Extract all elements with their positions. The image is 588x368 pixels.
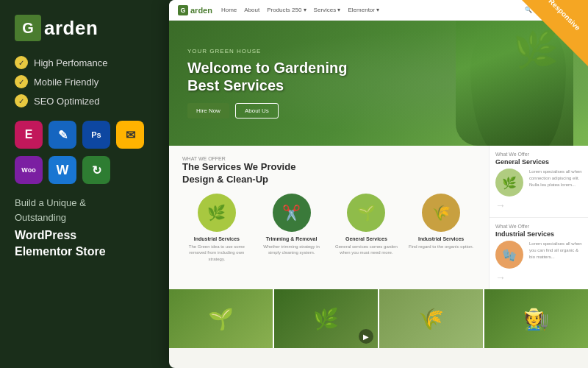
service-icon-0: 🌿 bbox=[198, 194, 236, 232]
sidebar-tagline: Build a Unique &Outstanding bbox=[15, 196, 154, 224]
right-service-2-what: What We Offer bbox=[495, 224, 582, 229]
feature-item-mobile: ✓ Mobile Friendly bbox=[15, 75, 154, 88]
service-circle-0: 🌿 bbox=[198, 194, 236, 232]
service-icon-1: ✂️ bbox=[273, 194, 311, 232]
service-name-3: Industrial Services bbox=[406, 236, 476, 241]
right-service-1-img: 🌿 bbox=[495, 169, 523, 197]
right-service-2-title: Industrial Services bbox=[495, 230, 582, 238]
right-service-2: What We Offer Industrial Services 🧤 Lore… bbox=[489, 218, 588, 289]
what-we-offer-label: What We Offer bbox=[182, 156, 476, 161]
service-card-0: 🌿 Industrial Services The Green idea to … bbox=[182, 194, 251, 262]
right-service-2-img: 🧤 bbox=[495, 241, 523, 269]
sidebar: G arden ✓ High Perfomance ✓ Mobile Frien… bbox=[0, 0, 169, 368]
bottom-photo-strip: 🌱 🌿 ▶ 🌾 🧑‍🌾 bbox=[169, 289, 588, 348]
logo-text: arden bbox=[44, 17, 98, 40]
service-circle-2: 🌱 bbox=[347, 194, 385, 232]
logo-g-letter: G bbox=[15, 15, 41, 41]
right-service-2-arrow: → bbox=[495, 272, 582, 283]
service-desc-1: Whether trimming strategy in simply clea… bbox=[257, 244, 326, 256]
nav-logo-g: G bbox=[178, 5, 188, 15]
nav-logo-name: arden bbox=[190, 6, 212, 15]
responsive-badge-text: Responsive bbox=[547, 0, 581, 32]
right-service-1-desc: Lorem specialises all when connection ad… bbox=[529, 169, 582, 197]
hero-subtitle: Your Green House bbox=[187, 48, 570, 54]
logo-area: G arden bbox=[15, 15, 154, 41]
right-service-1-arrow: → bbox=[495, 199, 582, 211]
right-service-1-what: What We Offer bbox=[495, 152, 582, 157]
right-service-1: What We Offer General Services 🌿 Lorem s… bbox=[489, 146, 588, 218]
service-name-1: Trimming & Removal bbox=[257, 236, 326, 241]
service-icon-3: 🌾 bbox=[422, 194, 460, 232]
feature-item-performance: ✓ High Perfomance bbox=[15, 56, 154, 69]
bottom-photo-1: 🌱 bbox=[169, 289, 274, 348]
bottom-photo-4: 🧑‍🌾 bbox=[484, 289, 588, 348]
services-title: The Services We Provide Design & Clean-U… bbox=[182, 161, 476, 186]
service-card-1: ✂️ Trimming & Removal Whether trimming s… bbox=[257, 194, 326, 262]
photoshop-icon: Ps bbox=[82, 121, 110, 149]
services-left: What We Offer The Services We Provide De… bbox=[169, 146, 489, 289]
nav-link-elementor[interactable]: Elementor ▾ bbox=[348, 7, 380, 13]
service-circle-1: ✂️ bbox=[273, 194, 311, 232]
check-icon-3: ✓ bbox=[15, 94, 28, 107]
play-icon[interactable]: ▶ bbox=[359, 329, 373, 344]
check-icon-1: ✓ bbox=[15, 56, 28, 69]
woocommerce-icon: Woo bbox=[15, 156, 43, 184]
nav-link-services[interactable]: Services ▾ bbox=[314, 7, 341, 13]
hero-section: 🌿 Your Green House Welcome to Gardening … bbox=[169, 21, 588, 146]
service-desc-0: The Green idea to use some removed from … bbox=[182, 244, 251, 262]
preview-area: Responsive G arden Home About Products 2… bbox=[169, 0, 588, 368]
nav-link-products[interactable]: Products 250 ▾ bbox=[267, 7, 306, 13]
right-column: What We Offer General Services 🌿 Lorem s… bbox=[489, 146, 588, 289]
hero-about-button[interactable]: About Us bbox=[235, 103, 279, 118]
service-icon-2: 🌱 bbox=[347, 194, 385, 232]
service-card-2: 🌱 General Services General services come… bbox=[332, 194, 401, 262]
mailchimp-icon: ✉ bbox=[116, 121, 144, 149]
service-circle-3: 🌾 bbox=[422, 194, 460, 232]
wordpress-icon: W bbox=[49, 156, 76, 184]
nav-link-about[interactable]: About bbox=[244, 7, 259, 13]
nav-logo-area: G arden bbox=[178, 5, 212, 15]
service-name-0: Industrial Services bbox=[182, 236, 251, 241]
plugin-icons-row2: Woo W ↻ bbox=[15, 156, 154, 184]
service-desc-3: Find regard to the organic option. bbox=[406, 244, 476, 250]
bottom-photo-3: 🌾 bbox=[379, 289, 484, 348]
mid-section: What We Offer The Services We Provide De… bbox=[169, 146, 588, 289]
right-service-2-desc: Lorem specialises all when you can find … bbox=[529, 241, 582, 269]
check-icon-2: ✓ bbox=[15, 75, 28, 88]
service-card-3: 🌾 Industrial Services Find regard to the… bbox=[406, 194, 476, 262]
hero-title: Welcome to Gardening Best Services bbox=[187, 59, 570, 94]
features-list: ✓ High Perfomance ✓ Mobile Friendly ✓ SE… bbox=[15, 56, 154, 107]
service-cards: 🌿 Industrial Services The Green idea to … bbox=[182, 194, 476, 262]
elementor-icon: E bbox=[15, 121, 43, 149]
nav-links: Home About Products 250 ▾ Services ▾ Ele… bbox=[221, 7, 379, 13]
service-desc-2: General services comes garden when you m… bbox=[332, 244, 401, 256]
bottom-photo-2: 🌿 ▶ bbox=[274, 289, 379, 348]
plugin-icons-row1: E ✎ Ps ✉ bbox=[15, 121, 154, 149]
hero-hire-button[interactable]: Hire Now bbox=[187, 103, 229, 118]
hero-buttons: Hire Now About Us bbox=[187, 103, 570, 118]
sidebar-bold-text: WordPressElementor Store bbox=[15, 227, 154, 261]
edit-icon: ✎ bbox=[49, 121, 76, 149]
nav-link-home[interactable]: Home bbox=[221, 7, 237, 13]
right-service-1-title: General Services bbox=[495, 158, 582, 166]
refresh-icon: ↻ bbox=[82, 156, 110, 184]
feature-item-seo: ✓ SEO Optimized bbox=[15, 94, 154, 107]
service-name-2: General Services bbox=[332, 236, 401, 241]
